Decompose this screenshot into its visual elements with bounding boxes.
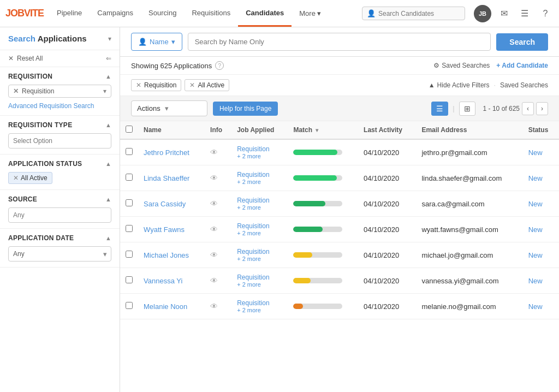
row-job: Requisition + 2 more — [231, 268, 288, 294]
info-eye-icon[interactable]: 👁 — [210, 174, 218, 182]
job-more-link[interactable]: + 2 more — [237, 179, 282, 185]
row-checkbox-1[interactable] — [126, 174, 133, 181]
row-checkbox-0[interactable] — [126, 148, 133, 155]
sidebar-header: Search Applications ▾ — [0, 27, 120, 50]
app-status-x-icon[interactable]: ✕ — [13, 174, 19, 182]
candidate-name-link[interactable]: Michael Jones — [144, 251, 189, 259]
nav-tab-more[interactable]: More ▾ — [292, 0, 329, 27]
nav-tab-pipeline[interactable]: Pipeline — [49, 0, 90, 27]
mail-icon[interactable]: ✉ — [496, 5, 512, 22]
nav-tab-candidates[interactable]: Candidates — [238, 0, 292, 27]
source-input[interactable] — [8, 207, 111, 223]
list-view-button[interactable]: ☰ — [431, 102, 448, 116]
menu-icon[interactable]: ☰ — [516, 5, 533, 22]
help-icon[interactable]: ? — [537, 5, 554, 22]
row-activity: 04/10/2020 — [358, 294, 416, 319]
job-more-link[interactable]: + 2 more — [237, 153, 282, 159]
filter-req-x-icon[interactable]: ✕ — [136, 81, 141, 89]
info-eye-icon[interactable]: 👁 — [210, 148, 218, 157]
next-page-button[interactable]: › — [536, 102, 548, 115]
job-applied-link[interactable]: Requisition — [237, 248, 282, 256]
job-applied-link[interactable]: Requisition — [237, 299, 282, 307]
nav-tab-sourcing[interactable]: Sourcing — [141, 0, 184, 27]
saved-searches-button[interactable]: ⚙ Saved Searches — [433, 62, 490, 69]
section-toggle-source[interactable]: ▲ — [105, 196, 111, 203]
row-checkbox-4[interactable] — [126, 251, 133, 258]
match-fill — [293, 227, 323, 232]
search-candidates-input[interactable] — [378, 10, 460, 17]
row-match — [288, 242, 358, 268]
requisition-select[interactable]: ✕ Requisition ▾ — [8, 85, 111, 98]
status-badge: New — [528, 225, 543, 234]
job-applied-link[interactable]: Requisition — [237, 145, 282, 153]
add-candidate-button[interactable]: + Add Candidate — [496, 62, 548, 69]
info-eye-icon[interactable]: 👁 — [210, 276, 218, 285]
filter-tag-requisition[interactable]: ✕ Requisition — [131, 79, 181, 91]
sidebar-title: Search Applications — [8, 34, 87, 43]
advanced-search-link[interactable]: Advanced Requisition Search — [8, 102, 111, 110]
info-eye-icon[interactable]: 👁 — [210, 225, 218, 234]
more-chevron-icon: ▾ — [317, 9, 321, 17]
requisition-clear-icon[interactable]: ✕ — [13, 87, 19, 95]
section-toggle-req-type[interactable]: ▲ — [105, 122, 111, 128]
prev-page-button[interactable]: ‹ — [522, 102, 534, 115]
col-name[interactable]: Name — [138, 121, 205, 139]
nav-search-box[interactable]: 👤 — [362, 7, 465, 20]
req-type-select-option[interactable] — [8, 133, 111, 149]
candidate-name-link[interactable]: Vannessa Yi — [144, 277, 182, 285]
candidate-name-link[interactable]: Melanie Noon — [144, 302, 187, 311]
row-match — [288, 217, 358, 242]
grid-view-button[interactable]: ⊞ — [459, 102, 475, 116]
job-applied-link[interactable]: Requisition — [237, 274, 282, 281]
search-name-button[interactable]: 👤 Name ▾ — [131, 33, 182, 51]
help-page-button[interactable]: Help for this Page — [213, 102, 278, 116]
candidate-name-link[interactable]: Wyatt Fawns — [144, 225, 185, 234]
job-more-link[interactable]: + 2 more — [237, 256, 282, 262]
candidate-name-link[interactable]: Jethro Pritchet — [144, 149, 189, 157]
candidates-table-area: Name Info Job Applied Match ▾ Last Activ… — [120, 121, 559, 392]
select-all-checkbox[interactable] — [126, 126, 133, 133]
nav-tab-requisitions[interactable]: Requisitions — [184, 0, 238, 27]
job-applied-link[interactable]: Requisition — [237, 222, 282, 230]
nav-tab-campaigns[interactable]: Campaigns — [90, 0, 141, 27]
job-more-link[interactable]: + 2 more — [237, 281, 282, 288]
row-checkbox-6[interactable] — [126, 302, 133, 309]
info-eye-icon[interactable]: 👁 — [210, 251, 218, 259]
collapse-arrow-icon[interactable]: ⇐ — [106, 55, 111, 62]
requisition-dropdown-icon[interactable]: ▾ — [103, 87, 106, 95]
info-eye-icon[interactable]: 👁 — [210, 302, 218, 311]
candidate-name-link[interactable]: Sara Cassidy — [144, 200, 186, 208]
row-checkbox-2[interactable] — [126, 199, 133, 206]
section-toggle-requisition[interactable]: ▲ — [105, 73, 111, 80]
app-date-select[interactable]: Any — [8, 246, 111, 262]
col-match[interactable]: Match ▾ — [288, 121, 358, 139]
row-checkbox-5[interactable] — [126, 276, 133, 283]
reset-x-icon[interactable]: ✕ — [8, 55, 14, 62]
filter-saved-searches[interactable]: Saved Searches — [500, 81, 548, 89]
section-toggle-app-date[interactable]: ▲ — [105, 235, 111, 241]
job-applied-link[interactable]: Requisition — [237, 171, 282, 179]
sidebar-collapse-icon[interactable]: ▾ — [108, 35, 111, 43]
app-date-wrap: Any — [8, 246, 111, 262]
job-more-link[interactable]: + 2 more — [237, 307, 282, 313]
app-status-tag: ✕ All Active — [8, 172, 52, 184]
candidate-name-link[interactable]: Linda Shaeffer — [144, 174, 189, 182]
avatar[interactable]: JB — [474, 5, 491, 22]
search-button[interactable]: Search — [496, 33, 548, 51]
job-applied-link[interactable]: Requisition — [237, 197, 282, 204]
search-main-input[interactable] — [188, 33, 491, 51]
filter-tag-all-active[interactable]: ✕ All Active — [185, 79, 229, 91]
help-circle-icon[interactable]: ? — [215, 61, 224, 70]
col-email: Email Address — [416, 121, 522, 139]
plus-icon: + — [496, 62, 500, 69]
row-activity: 04/10/2020 — [358, 165, 416, 191]
info-eye-icon[interactable]: 👁 — [210, 199, 218, 208]
job-more-link[interactable]: + 2 more — [237, 204, 282, 211]
actions-dropdown[interactable]: Actions ▾ — [131, 100, 207, 116]
filter-active-x-icon[interactable]: ✕ — [189, 81, 195, 89]
job-more-link[interactable]: + 2 more — [237, 230, 282, 236]
row-info: 👁 — [205, 165, 231, 191]
section-toggle-app-status[interactable]: ▲ — [105, 161, 111, 167]
row-checkbox-3[interactable] — [126, 225, 133, 232]
hide-filters-button[interactable]: ▲ Hide Active Filters — [429, 81, 490, 89]
